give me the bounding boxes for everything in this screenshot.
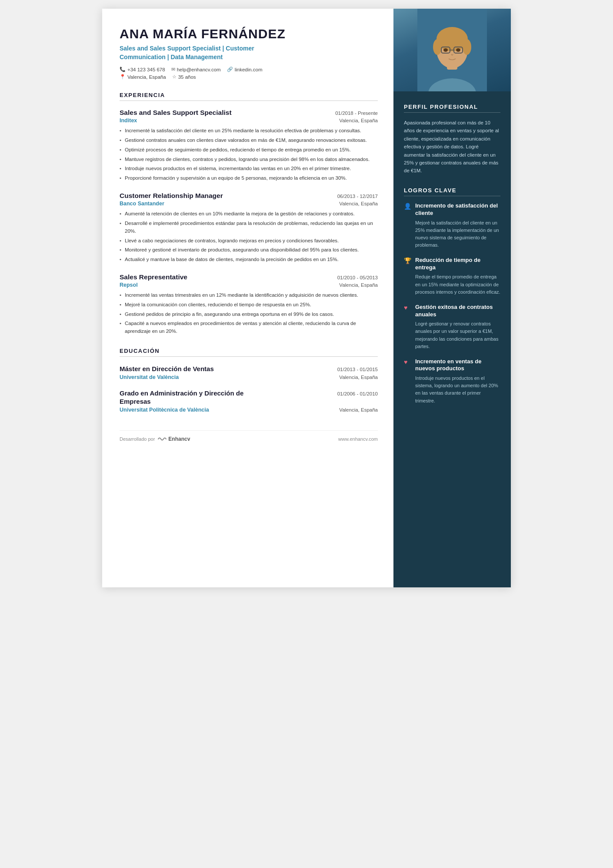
- job-bullets-1: Incrementé la satisfacción del cliente e…: [120, 127, 378, 182]
- logros-section: LOGROS CLAVE 👤 Incremento de satisfacció…: [404, 187, 500, 405]
- contact-info-2: 📍 Valencia, España ☆ 35 años: [120, 74, 378, 80]
- bullet-item: Monitoreé y gestioné el inventario de pr…: [120, 246, 378, 254]
- job-company-1: Inditex: [120, 117, 137, 124]
- edu-header-2: Grado en Administración y Dirección de E…: [120, 389, 378, 406]
- bullet-item: Desarrollé e implementé procedimientos e…: [120, 220, 378, 235]
- job-location-3: Valencia, España: [339, 282, 378, 288]
- perfil-title: PERFIL PROFESIONAL: [404, 104, 500, 113]
- job-company-2: Banco Santander: [120, 201, 164, 207]
- contact-location: 📍 Valencia, España: [120, 74, 166, 80]
- achievement-item-4: ♥ Incremento en ventas de nuevos product…: [404, 358, 500, 405]
- achievement-header-4: ♥ Incremento en ventas de nuevos product…: [404, 358, 500, 373]
- edu-header-1: Máster en Dirección de Ventas 01/2013 - …: [120, 365, 378, 373]
- job-entry-2: Customer Relationship Manager 06/2013 - …: [120, 192, 378, 264]
- experience-title: EXPERIENCIA: [120, 92, 378, 101]
- svg-point-11: [456, 48, 460, 52]
- job-company-3: Repsol: [120, 282, 138, 288]
- bullet-item: Actualicé y mantuve la base de datos de …: [120, 256, 378, 264]
- contact-email: ✉ help@enhancv.com: [171, 67, 221, 72]
- contact-phone: 📞 +34 123 345 678: [120, 67, 165, 72]
- svg-point-5: [433, 39, 442, 55]
- left-column: ANA MARÍA FERNÁNDEZ Sales and Sales Supp…: [102, 9, 393, 587]
- job-title-2: Customer Relationship Manager: [120, 192, 223, 200]
- enhancv-logo: Enhancv: [157, 436, 190, 442]
- bullet-item: Gestioné contratos anuales con clientes …: [120, 137, 378, 144]
- bullet-item: Llevé a cabo negociaciones de contratos,…: [120, 237, 378, 245]
- bullet-item: Aumenté la retención de clientes en un 1…: [120, 210, 378, 218]
- contact-info: 📞 +34 123 345 678 ✉ help@enhancv.com 🔗 l…: [120, 67, 378, 72]
- bullet-item: Proporcioné formación y supervisión a un…: [120, 174, 378, 182]
- bullet-item: Introduje nuevos productos en el sistema…: [120, 165, 378, 173]
- footer-brand: Desarrollado por Enhancv: [120, 436, 190, 442]
- bullet-item: Capacité a nuevos empleados en procedimi…: [120, 320, 378, 335]
- achievement-item-1: 👤 Incremento de satisfacción del cliente…: [404, 202, 500, 249]
- achievement-header-3: ♥ Gestión exitosa de contratos anuales: [404, 304, 500, 318]
- achievement-title-3: Gestión exitosa de contratos anuales: [415, 304, 500, 318]
- edu-school-2: Universitat Politècnica de València: [120, 407, 209, 413]
- achievement-title-2: Reducción de tiempo de entrega: [415, 257, 500, 271]
- achievement-header-1: 👤 Incremento de satisfacción del cliente: [404, 202, 500, 217]
- edu-entry-2: Grado en Administración y Dirección de E…: [120, 389, 378, 413]
- job-header-2: Customer Relationship Manager 06/2013 - …: [120, 192, 378, 200]
- job-company-row-1: Inditex Valencia, España: [120, 117, 378, 124]
- candidate-title: Sales and Sales Support Specialist | Cus…: [120, 44, 378, 61]
- edu-location-1: Valencia, España: [339, 375, 378, 380]
- footer-website: www.enhancv.com: [338, 436, 378, 442]
- edu-school-row-1: Universitat de València Valencia, España: [120, 374, 378, 380]
- resume-container: ANA MARÍA FERNÁNDEZ Sales and Sales Supp…: [102, 9, 511, 587]
- edu-degree-2: Grado en Administración y Dirección de E…: [120, 389, 259, 406]
- edu-school-row-2: Universitat Politècnica de València Vale…: [120, 407, 378, 413]
- job-bullets-3: Incrementé las ventas trimestrales en un…: [120, 292, 378, 335]
- achievement-item-3: ♥ Gestión exitosa de contratos anuales L…: [404, 304, 500, 350]
- perfil-text: Apasionada profesional con más de 10 año…: [404, 119, 500, 175]
- edu-dates-1: 01/2013 - 01/2015: [337, 367, 378, 372]
- right-content: PERFIL PROFESIONAL Apasionada profesiona…: [393, 91, 511, 417]
- bullet-item: Mejoré la comunicación con clientes, red…: [120, 301, 378, 309]
- achievement-icon-3: ♥: [404, 304, 412, 311]
- education-section: EDUCACIÓN Máster en Dirección de Ventas …: [120, 348, 378, 413]
- achievement-icon-4: ♥: [404, 359, 412, 365]
- achievement-item-2: 🏆 Reducción de tiempo de entrega Reduje …: [404, 257, 500, 296]
- achievement-icon-2: 🏆: [404, 257, 412, 264]
- job-header-3: Sales Representative 01/2010 - 05/2013: [120, 273, 378, 281]
- job-location-1: Valencia, España: [339, 118, 378, 123]
- job-bullets-2: Aumenté la retención de clientes en un 1…: [120, 210, 378, 264]
- achievement-title-4: Incremento en ventas de nuevos productos: [415, 358, 500, 373]
- job-header-1: Sales and Sales Support Specialist 01/20…: [120, 109, 378, 117]
- bullet-item: Incrementé la satisfacción del cliente e…: [120, 127, 378, 135]
- svg-point-10: [443, 48, 448, 52]
- candidate-name: ANA MARÍA FERNÁNDEZ: [120, 26, 378, 42]
- achievement-title-1: Incremento de satisfacción del cliente: [415, 202, 500, 217]
- achievement-desc-3: Logré gestionar y renovar contratos anua…: [415, 320, 500, 350]
- linkedin-icon: 🔗: [227, 67, 233, 72]
- education-title: EDUCACIÓN: [120, 348, 378, 357]
- photo-area: [393, 9, 511, 91]
- achievement-desc-2: Reduje el tiempo promedio de entrega en …: [415, 273, 500, 295]
- achievement-header-2: 🏆 Reducción de tiempo de entrega: [404, 257, 500, 271]
- age-icon: ☆: [172, 74, 177, 80]
- job-dates-1: 01/2018 - Presente: [335, 111, 378, 116]
- achievement-desc-4: Introduje nuevos productos en el sistema…: [415, 375, 500, 404]
- svg-point-6: [463, 39, 471, 55]
- achievement-desc-1: Mejoré la satisfacción del cliente en un…: [415, 219, 500, 249]
- contact-age: ☆ 35 años: [172, 74, 196, 80]
- job-dates-2: 06/2013 - 12/2017: [337, 194, 378, 199]
- job-location-2: Valencia, España: [339, 201, 378, 206]
- job-entry-1: Sales and Sales Support Specialist 01/20…: [120, 109, 378, 182]
- perfil-section: PERFIL PROFESIONAL Apasionada profesiona…: [404, 104, 500, 175]
- bullet-item: Optimizé procesos de seguimiento de pedi…: [120, 146, 378, 154]
- experience-section: EXPERIENCIA Sales and Sales Support Spec…: [120, 92, 378, 335]
- job-company-row-3: Repsol Valencia, España: [120, 282, 378, 288]
- profile-photo: [393, 9, 511, 91]
- job-title-3: Sales Representative: [120, 273, 187, 281]
- bullet-item: Mantuve registros de clientes, contratos…: [120, 156, 378, 164]
- edu-school-1: Universitat de València: [120, 374, 179, 380]
- edu-entry-1: Máster en Dirección de Ventas 01/2013 - …: [120, 365, 378, 380]
- right-column: PERFIL PROFESIONAL Apasionada profesiona…: [393, 9, 511, 587]
- edu-dates-2: 01/2006 - 01/2010: [337, 391, 378, 396]
- job-company-row-2: Banco Santander Valencia, España: [120, 201, 378, 207]
- contact-linkedin: 🔗 linkedin.com: [227, 67, 263, 72]
- job-entry-3: Sales Representative 01/2010 - 05/2013 R…: [120, 273, 378, 335]
- location-icon: 📍: [120, 74, 126, 80]
- bullet-item: Gestioné pedidos de principio a fin, ase…: [120, 311, 378, 318]
